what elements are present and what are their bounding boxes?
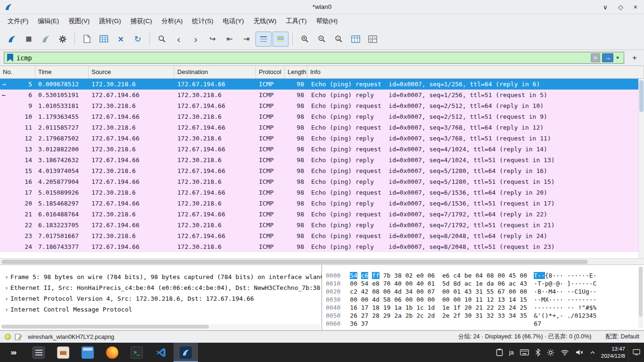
packet-row[interactable]: 101.179363455172.67.194.66172.30.218.6IC…	[0, 111, 644, 122]
column-header-protocol[interactable]: Protocol	[256, 66, 285, 78]
reload-file-button[interactable]: ↻	[130, 32, 146, 47]
minimize-button[interactable]: ∨	[603, 3, 608, 11]
packet-row[interactable]: 164.205877904172.67.194.66172.30.218.6IC…	[0, 176, 644, 187]
packet-row[interactable]: ←60.530105191172.67.194.66172.30.218.6IC…	[0, 90, 644, 100]
expand-arrow-icon[interactable]: ›	[3, 272, 10, 282]
restart-capture-button[interactable]	[38, 32, 54, 47]
go-forward-button[interactable]: ›	[188, 32, 204, 47]
taskbar-package-manager-icon[interactable]	[51, 343, 75, 362]
zoom-reset-button[interactable]: 1	[330, 32, 347, 47]
hex-row[interactable]: 000054 c6 ff 7b 38 02 e0 06 e6 c4 be 04 …	[326, 272, 644, 280]
tray-keyboard-icon[interactable]	[520, 349, 529, 355]
go-back-button[interactable]: ‹	[171, 32, 187, 47]
column-header-no[interactable]: No.	[0, 66, 35, 78]
hex-row[interactable]: 005026 27 28 29 2a 2b 2c 2d 2e 2f 30 31 …	[326, 312, 644, 320]
hex-row[interactable]: 006036 3767	[326, 320, 644, 328]
packet-row[interactable]: 122.179687502172.67.194.66172.30.218.6IC…	[0, 133, 644, 144]
menu-w[interactable]: 无线(W)	[249, 15, 281, 28]
tray-input-method-icon[interactable]: ja	[509, 349, 514, 356]
hex-scrollbar[interactable]	[638, 266, 643, 329]
detail-line[interactable]: ›Ethernet II, Src: HonHaiPrecis_c4:be:04…	[0, 282, 322, 293]
packet-row[interactable]: 205.185468297172.67.194.66172.30.218.6IC…	[0, 198, 644, 209]
app-launcher-button[interactable]: ›››	[0, 343, 26, 362]
packet-list-scrollbar-thumb[interactable]	[639, 80, 644, 112]
menu-c[interactable]: 捕获(C)	[126, 15, 157, 28]
hex-row[interactable]: 0020c2 42 08 00 4d 34 00 07 00 01 43 31 …	[326, 288, 644, 296]
auto-scroll-button[interactable]	[256, 32, 272, 47]
display-columns-button[interactable]: 123	[364, 32, 380, 47]
zoom-out-button[interactable]	[314, 32, 330, 47]
taskbar-file-manager-icon[interactable]	[75, 343, 100, 362]
colorize-button[interactable]	[272, 32, 289, 47]
profile-label[interactable]: 配置: Default	[605, 333, 639, 341]
packet-list-hscrollbar-thumb[interactable]	[1, 260, 588, 264]
hex-scrollbar-thumb[interactable]	[639, 267, 643, 317]
resize-columns-button[interactable]	[347, 32, 363, 47]
close-button[interactable]: ×	[634, 3, 637, 11]
tray-tray-expand-icon[interactable]	[590, 351, 595, 354]
tray-bluetooth-icon[interactable]	[535, 348, 541, 356]
detail-line[interactable]: ›Frame 5: 98 bytes on wire (784 bits), 9…	[0, 272, 322, 282]
taskbar-vscode-icon[interactable]	[149, 343, 173, 362]
tray-clipboard-icon[interactable]	[496, 348, 503, 356]
capture-comment-icon[interactable]	[15, 333, 22, 341]
menu-s[interactable]: 统计(S)	[188, 15, 218, 28]
packet-row[interactable]: 112.011585727172.30.218.6172.67.194.66IC…	[0, 122, 644, 133]
open-file-button[interactable]	[79, 32, 95, 47]
display-filter-field[interactable]: × → ▾	[4, 52, 624, 64]
expert-info-icon[interactable]	[5, 334, 11, 340]
details-scrollbar[interactable]	[1, 324, 321, 329]
packet-row[interactable]: →50.009678512172.30.218.6172.67.194.66IC…	[0, 79, 644, 90]
go-to-packet-button[interactable]: ↪	[205, 32, 221, 47]
filter-input[interactable]	[17, 52, 591, 63]
column-header-source[interactable]: Source	[89, 66, 174, 78]
detail-line[interactable]: ›Internet Control Message Protocol	[0, 304, 322, 315]
filter-clear-icon[interactable]: ×	[591, 53, 600, 62]
taskbar-task-manager-icon[interactable]	[26, 343, 51, 362]
packet-row[interactable]: 133.012882200172.30.218.6172.67.194.66IC…	[0, 144, 644, 155]
maximize-button[interactable]: ◇	[618, 3, 623, 11]
packet-row[interactable]: 143.186742632172.67.194.66172.30.218.6IC…	[0, 155, 644, 165]
filter-apply-icon[interactable]: →	[602, 53, 613, 62]
show-desktop-button[interactable]	[628, 343, 644, 362]
go-last-button[interactable]: ⇥	[239, 32, 255, 47]
packet-row[interactable]: 216.016488764172.30.218.6172.67.194.66IC…	[0, 209, 644, 220]
packet-row[interactable]: 91.010533181172.30.218.6172.67.194.66ICM…	[0, 100, 644, 111]
menu-y[interactable]: 电话(Y)	[218, 15, 249, 28]
packet-list-hscrollbar[interactable]	[0, 258, 644, 265]
column-header-info[interactable]: Info	[307, 66, 644, 78]
taskbar-terminal-icon[interactable]: >_	[124, 343, 149, 362]
menu-h[interactable]: 帮助(H)	[311, 15, 342, 28]
menu-v[interactable]: 视图(V)	[64, 15, 94, 28]
packet-row[interactable]: 226.183223705172.67.194.66172.30.218.6IC…	[0, 220, 644, 230]
tray-volume-muted-icon[interactable]	[575, 349, 584, 356]
taskbar-firefox-icon[interactable]	[100, 343, 124, 362]
filter-dropdown-icon[interactable]: ▾	[613, 55, 622, 61]
packet-list-scrollbar[interactable]	[638, 79, 644, 258]
taskbar-clock[interactable]: 13:47 2024/12/8	[598, 343, 628, 362]
column-header-time[interactable]: Time	[35, 66, 89, 78]
menu-f[interactable]: 文件(F)	[3, 15, 33, 28]
menu-a[interactable]: 分析(A)	[157, 15, 188, 28]
start-capture-button[interactable]	[4, 32, 20, 47]
menu-e[interactable]: 编辑(E)	[33, 15, 64, 28]
taskbar-wireshark-icon[interactable]	[173, 343, 198, 362]
column-header-destination[interactable]: Destination	[174, 66, 256, 78]
expand-arrow-icon[interactable]: ›	[3, 304, 10, 315]
find-packet-button[interactable]	[154, 32, 170, 47]
save-file-button[interactable]	[96, 32, 112, 47]
column-header-length[interactable]: Length	[285, 66, 307, 78]
go-first-button[interactable]: ⇤	[222, 32, 238, 47]
capture-options-button[interactable]	[55, 32, 71, 47]
zoom-in-button[interactable]	[297, 32, 313, 47]
close-file-button[interactable]: ×	[113, 32, 129, 47]
packet-row[interactable]: 237.017501667172.30.218.6172.67.194.66IC…	[0, 230, 644, 241]
hex-row[interactable]: 004016 17 18 19 1a 1b 1c 1d 1e 1f 20 21 …	[326, 304, 644, 312]
detail-line[interactable]: ›Internet Protocol Version 4, Src: 172.3…	[0, 293, 322, 304]
menu-t[interactable]: 工具(T)	[281, 15, 311, 28]
add-filter-button[interactable]: +	[629, 52, 640, 64]
hex-row[interactable]: 001000 54 e8 70 40 00 40 01 5d 8d ac 1e …	[326, 280, 644, 288]
expand-arrow-icon[interactable]: ›	[3, 282, 10, 293]
tray-brightness-icon[interactable]	[547, 349, 554, 356]
stop-capture-button[interactable]	[21, 32, 37, 47]
